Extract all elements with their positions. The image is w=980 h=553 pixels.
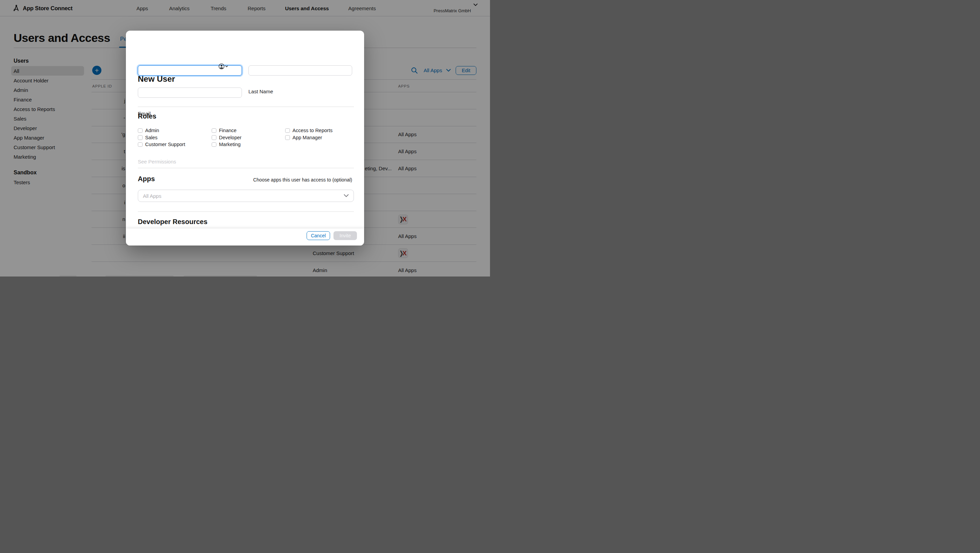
new-user-modal: New User First Name Last Name Email Role… [126, 31, 364, 245]
last-name-input[interactable] [248, 65, 352, 76]
developer-resources-heading: Developer Resources [138, 218, 208, 226]
role-option[interactable]: Sales [138, 134, 209, 141]
see-permissions-link[interactable]: See Permissions [138, 159, 176, 164]
apps-select-dropdown[interactable]: All Apps [138, 190, 354, 202]
contact-autofill-icon[interactable] [218, 63, 228, 70]
section-divider [138, 212, 354, 212]
role-option[interactable]: Admin [138, 127, 209, 134]
cancel-button[interactable]: Cancel [307, 231, 330, 240]
section-divider [138, 168, 354, 168]
modal-footer: Cancel Invite [126, 228, 364, 245]
role-checkbox[interactable] [138, 135, 143, 140]
role-checkbox[interactable] [285, 128, 290, 133]
apps-select-placeholder: All Apps [143, 193, 344, 199]
role-checkbox[interactable] [285, 135, 290, 140]
email-input[interactable] [138, 88, 242, 98]
role-option[interactable]: Access to Reports [285, 127, 356, 134]
role-option[interactable]: Customer Support [138, 141, 209, 148]
chevron-down-icon [344, 194, 349, 198]
apps-caption: Choose apps this user has access to (opt… [253, 177, 352, 183]
role-checkbox[interactable] [138, 128, 143, 133]
apps-heading: Apps [138, 175, 155, 183]
role-checkbox[interactable] [212, 142, 216, 147]
last-name-label: Last Name [248, 89, 273, 94]
roles-column-2: Finance Developer Marketing [212, 127, 283, 148]
role-option[interactable]: App Manager [285, 134, 356, 141]
section-divider [138, 107, 354, 107]
role-checkbox[interactable] [138, 142, 143, 147]
app-store-connect-window: App Store Connect AppsAnalyticsTrendsRep… [0, 0, 490, 276]
role-checkbox[interactable] [212, 128, 216, 133]
roles-heading: Roles [138, 112, 156, 120]
role-option[interactable]: Marketing [212, 141, 283, 148]
invite-button[interactable]: Invite [334, 231, 357, 240]
role-checkbox[interactable] [212, 135, 216, 140]
role-option[interactable]: Developer [212, 134, 283, 141]
role-option[interactable]: Finance [212, 127, 283, 134]
roles-column-1: Admin Sales Customer Support [138, 127, 209, 148]
roles-column-3: Access to Reports App Manager [285, 127, 356, 141]
modal-title: New User [138, 74, 175, 84]
